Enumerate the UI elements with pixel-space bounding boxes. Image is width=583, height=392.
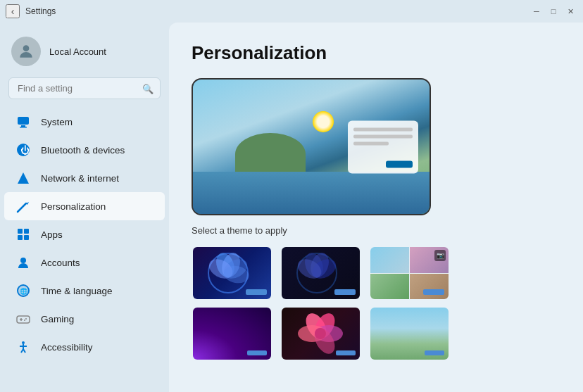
theme-4-taskbar-btn [247,350,267,355]
svg-rect-1 [18,117,29,125]
svg-rect-11 [18,235,23,240]
preview-line-2 [353,134,413,138]
sidebar-label-network: Network & internet [41,173,153,184]
close-button[interactable]: ✕ [563,4,577,18]
theme-section-label: Select a theme to apply [192,225,560,236]
theme-card-purple[interactable] [192,306,272,361]
svg-marker-8 [26,202,29,205]
system-icon [15,114,31,129]
sidebar-item-accessibility[interactable]: Accessibility [4,333,165,361]
theme-3-preview: 📷 [370,247,449,299]
sidebar: Local Account 🔍 System ⏻ Bluetooth & dev… [0,23,169,392]
main-content: Personalization Select a theme to apply [169,23,583,392]
titlebar: ‹ Settings ─ □ ✕ [0,0,583,23]
svg-rect-10 [24,229,29,234]
svg-rect-3 [20,127,27,128]
svg-rect-9 [18,229,23,234]
sidebar-item-personalization[interactable]: Personalization [4,192,165,220]
theme-5-preview [282,308,360,360]
gallery-q4 [410,274,449,300]
sidebar-item-system[interactable]: System [4,108,165,136]
avatar [11,37,41,66]
minimize-button[interactable]: ─ [529,4,544,18]
titlebar-title: Settings [25,6,56,16]
sidebar-item-bluetooth[interactable]: ⏻ Bluetooth & devices [4,136,165,164]
preview-line-1 [353,127,413,131]
svg-point-20 [25,318,27,320]
svg-line-26 [23,349,25,353]
search-box: 🔍 [8,77,161,99]
sidebar-label-personalization: Personalization [41,201,153,212]
flower-icon [289,311,352,357]
sidebar-label-time: Time & language [41,286,153,296]
theme-card-landscape-light[interactable] [369,306,450,361]
time-icon: 🌐 [15,283,31,298]
svg-point-13 [20,258,26,263]
camera-icon: 📷 [434,250,446,261]
bluetooth-icon: ⏻ [15,142,31,158]
theme-4-preview [193,308,271,360]
personalization-icon [15,198,31,214]
theme-6-preview [370,308,449,360]
apps-icon [15,227,31,242]
search-icon: 🔍 [142,83,153,94]
theme-3-taskbar-btn [423,289,444,295]
app-container: Local Account 🔍 System ⏻ Bluetooth & dev… [0,23,583,392]
preview-card-button [386,160,413,167]
sidebar-item-apps[interactable]: Apps [4,220,165,248]
preview-water [193,172,430,214]
svg-point-0 [23,45,30,51]
gallery-q3 [370,274,409,300]
bloom-icon-dark [292,251,341,296]
theme-card-colorful[interactable] [280,306,361,361]
window-controls: ─ □ ✕ [529,4,577,18]
accessibility-icon [15,339,31,355]
theme-card-win11-blue[interactable] [192,246,272,301]
theme-preview [192,78,431,215]
sidebar-label-accessibility: Accessibility [41,342,153,353]
gaming-icon [15,311,31,327]
svg-point-22 [22,341,25,344]
back-button[interactable]: ‹ [6,4,20,18]
sidebar-label-accounts: Accounts [41,258,153,268]
theme-1-preview [193,247,271,299]
svg-text:⏻: ⏻ [20,145,30,156]
theme-card-gallery[interactable]: 📷 [369,246,450,301]
preview-line-3 [353,141,389,145]
theme-6-taskbar-btn [425,350,444,355]
sidebar-label-bluetooth: Bluetooth & devices [41,145,153,156]
page-title: Personalization [192,42,560,64]
svg-rect-17 [17,316,30,323]
user-name: Local Account [49,46,106,57]
preview-card [348,120,418,173]
svg-rect-2 [21,125,25,127]
search-input[interactable] [8,77,161,99]
svg-rect-12 [24,235,29,240]
sidebar-item-network[interactable]: Network & internet [4,164,165,192]
gallery-q1 [370,247,409,273]
theme-card-win11-dark[interactable] [280,246,361,301]
user-profile[interactable]: Local Account [0,28,169,77]
sidebar-label-gaming: Gaming [41,314,153,324]
network-icon [15,170,31,186]
sidebar-label-system: System [41,117,153,127]
svg-text:🌐: 🌐 [20,287,28,296]
preview-island [235,133,306,175]
svg-point-21 [24,320,25,321]
sidebar-label-apps: Apps [41,229,153,240]
preview-landscape [193,80,430,214]
sidebar-item-gaming[interactable]: Gaming [4,305,165,333]
maximize-button[interactable]: □ [546,4,560,18]
themes-grid: 📷 [192,246,452,361]
sidebar-item-time[interactable]: 🌐 Time & language [4,277,165,305]
theme-2-preview [282,247,360,299]
svg-point-43 [315,328,326,339]
preview-sun [313,111,334,132]
svg-line-7 [18,203,26,212]
sidebar-item-accounts[interactable]: Accounts [4,248,165,277]
svg-marker-6 [18,172,29,184]
bloom-icon-blue [203,251,253,296]
accounts-icon [15,255,31,270]
